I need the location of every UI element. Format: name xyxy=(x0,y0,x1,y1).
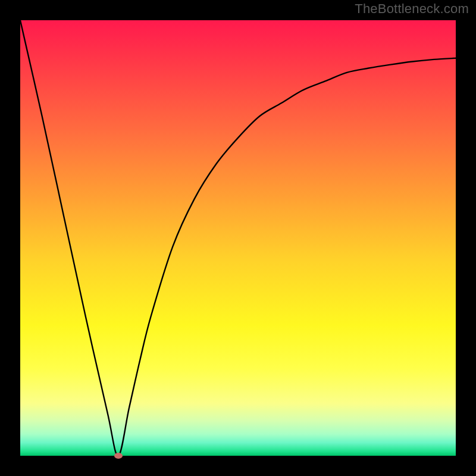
bottleneck-curve xyxy=(20,20,456,456)
minimum-marker xyxy=(114,453,123,459)
plot-area xyxy=(20,20,456,456)
chart-frame: TheBottleneck.com xyxy=(0,0,476,476)
watermark-text: TheBottleneck.com xyxy=(355,1,469,17)
